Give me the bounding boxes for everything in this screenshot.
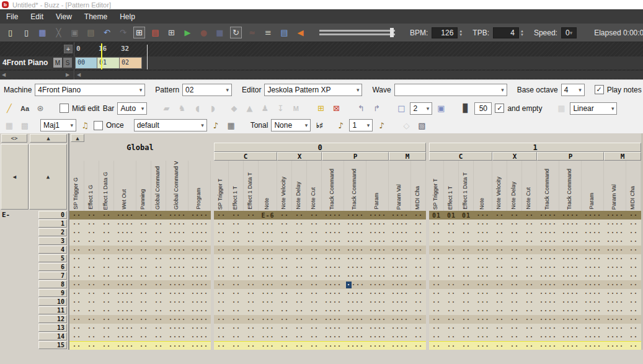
menu-view[interactable]: View xyxy=(50,12,78,21)
pattern-cell[interactable]: ···· xyxy=(366,228,389,237)
pattern-cell[interactable]: ···· xyxy=(537,306,559,315)
pattern-cell[interactable]: ·· xyxy=(307,315,322,324)
pattern-cell[interactable]: ·· xyxy=(292,298,307,306)
pattern-cell[interactable]: ·· xyxy=(99,263,114,272)
pattern-cell[interactable]: ···· xyxy=(537,315,559,324)
tonal-select[interactable]: None▾ xyxy=(271,119,311,131)
font-icon[interactable]: Aa xyxy=(19,103,30,114)
pattern-cell[interactable]: ·· xyxy=(292,237,307,246)
pattern-cell[interactable]: ·· xyxy=(214,272,229,280)
pattern-cell[interactable]: ···· xyxy=(537,220,559,228)
corner-toggle-button[interactable]: <> xyxy=(1,134,27,143)
pattern-cell[interactable]: ···· xyxy=(322,306,344,315)
pattern-cell[interactable]: ·· xyxy=(444,246,459,254)
pattern-cell[interactable]: ·· xyxy=(307,272,322,280)
pattern-cell[interactable]: ···· xyxy=(114,272,136,280)
pattern-cell[interactable]: ···· xyxy=(559,324,582,332)
pattern-cell[interactable]: ···· xyxy=(322,342,344,350)
pattern-cell[interactable]: ·· xyxy=(507,211,522,220)
settings-icon[interactable]: ⊛ xyxy=(35,103,46,114)
pattern-cell[interactable]: ···· xyxy=(559,220,582,228)
scroll-left-icon[interactable]: ◀ xyxy=(2,72,6,78)
pattern-cell[interactable]: ···· xyxy=(166,289,188,298)
pattern-cell[interactable]: ·· xyxy=(84,211,99,220)
pattern-cell[interactable]: ·· xyxy=(429,237,444,246)
pattern-cell[interactable]: ···· xyxy=(188,289,211,298)
row-number[interactable]: 9 xyxy=(38,289,67,297)
pattern-cell[interactable]: ···· xyxy=(537,289,559,298)
pattern-cell[interactable]: ·· xyxy=(136,211,151,220)
info-view-icon[interactable]: ▤ xyxy=(279,27,290,38)
stamp-icon[interactable]: ▰ xyxy=(161,103,172,114)
pattern-cell[interactable]: ···· xyxy=(114,211,136,220)
pattern-cell[interactable]: ·· xyxy=(229,280,244,289)
pattern-cell[interactable]: ···· xyxy=(604,342,626,350)
pattern-cell[interactable]: ···· xyxy=(166,280,188,289)
pattern-cell[interactable]: ···· xyxy=(322,254,344,263)
pattern-cell[interactable]: ·· xyxy=(151,237,166,246)
pattern-cell[interactable]: ·· xyxy=(429,280,444,289)
pattern-cell[interactable]: ···· xyxy=(166,254,188,263)
pattern-cell[interactable]: ·· xyxy=(444,332,459,341)
pattern-cell[interactable]: ···· xyxy=(166,237,188,246)
pattern-cell[interactable]: ·· xyxy=(411,254,426,263)
pattern-cell[interactable]: ··· xyxy=(474,315,492,324)
pattern-cell[interactable]: ···· xyxy=(344,272,366,280)
save-song-icon[interactable]: ▦ xyxy=(37,27,48,38)
pattern-cell[interactable]: ···· xyxy=(604,280,626,289)
pattern-cell[interactable]: ···· xyxy=(114,228,136,237)
pattern-cell[interactable]: ·· xyxy=(444,289,459,298)
tpb-spinner[interactable]: ▲▼ xyxy=(520,29,524,37)
pattern-cell[interactable]: ···· xyxy=(114,332,136,341)
volume-handle[interactable] xyxy=(390,28,394,37)
pattern-cell[interactable]: ···· xyxy=(114,342,136,350)
pattern-cell[interactable]: ·· xyxy=(626,272,641,280)
pattern-cell[interactable]: ·· xyxy=(277,306,292,315)
paste-icon[interactable]: ▤ xyxy=(86,27,96,38)
sequence-editor-icon[interactable]: ⊞ xyxy=(166,27,177,38)
pattern-cell[interactable]: ·· xyxy=(84,246,99,254)
pattern-cell[interactable]: ·· xyxy=(99,220,114,228)
midi-edit-checkbox[interactable] xyxy=(60,104,69,113)
transpose-up-icon[interactable]: ▲ xyxy=(244,103,255,114)
pattern-cell[interactable]: ···· xyxy=(604,332,626,341)
pattern-cell[interactable]: ·· xyxy=(522,220,537,228)
pattern-cell[interactable]: ·· xyxy=(444,272,459,280)
pattern-cell[interactable]: ·· xyxy=(292,246,307,254)
pattern-cell[interactable]: ·· xyxy=(277,298,292,306)
pattern-cell[interactable]: ···· xyxy=(114,289,136,298)
pattern-cell[interactable]: ··· xyxy=(259,220,277,228)
pattern-cell[interactable]: ··· xyxy=(474,220,492,228)
pattern-cell[interactable]: ··· xyxy=(259,324,277,332)
cut-icon[interactable]: ╳ xyxy=(53,27,64,38)
pattern-cell[interactable]: ···· xyxy=(366,272,389,280)
pattern-cell[interactable]: ···· xyxy=(344,228,366,237)
pattern-cell[interactable]: ·· xyxy=(492,280,507,289)
pattern-cell[interactable]: ·· xyxy=(459,237,474,246)
cup-icon[interactable]: ◖ xyxy=(192,103,203,114)
pattern-cell[interactable]: ·· xyxy=(507,315,522,324)
sequence-cell[interactable]: 00 xyxy=(75,57,97,69)
pattern-cell[interactable]: ·· xyxy=(626,228,641,237)
pattern-cell[interactable]: ·· xyxy=(69,324,84,332)
solo-button[interactable]: S xyxy=(63,58,72,68)
pattern-cell[interactable]: ·· xyxy=(69,237,84,246)
pattern-cell[interactable]: ···· xyxy=(537,298,559,306)
pattern-cell[interactable]: ·· xyxy=(84,280,99,289)
menu-help[interactable]: Help xyxy=(113,12,141,21)
step-select[interactable]: 1▾ xyxy=(349,119,373,131)
pattern-cell[interactable]: ···· xyxy=(188,315,211,324)
pattern-cell[interactable]: ·· xyxy=(84,220,99,228)
pattern-cell[interactable]: ···· xyxy=(188,272,211,280)
pattern-cell[interactable]: ···· xyxy=(559,306,582,315)
pattern-cell[interactable]: ·· xyxy=(507,332,522,341)
pattern-cell[interactable]: ··· xyxy=(474,332,492,341)
pattern-cell[interactable]: ·· xyxy=(136,280,151,289)
pattern-cell[interactable]: ···· xyxy=(604,237,626,246)
pattern-cell[interactable]: ·· xyxy=(151,280,166,289)
pattern-cell[interactable]: ·· xyxy=(522,237,537,246)
pattern-cell[interactable]: ·· xyxy=(229,220,244,228)
row-number[interactable]: 14 xyxy=(38,332,67,340)
header-up-button[interactable]: ▲ xyxy=(71,134,84,142)
row-number[interactable]: 5 xyxy=(38,254,67,262)
